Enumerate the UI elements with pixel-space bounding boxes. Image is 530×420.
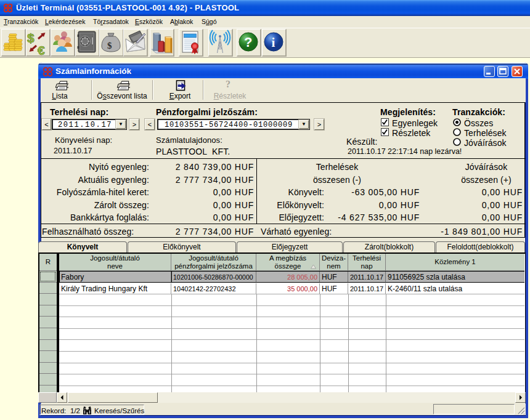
svg-text:€: € <box>38 43 45 55</box>
svg-text:$: $ <box>107 41 112 50</box>
svg-text:?: ? <box>244 34 252 50</box>
svg-text:i: i <box>272 35 275 50</box>
svg-text:$: $ <box>27 31 35 45</box>
